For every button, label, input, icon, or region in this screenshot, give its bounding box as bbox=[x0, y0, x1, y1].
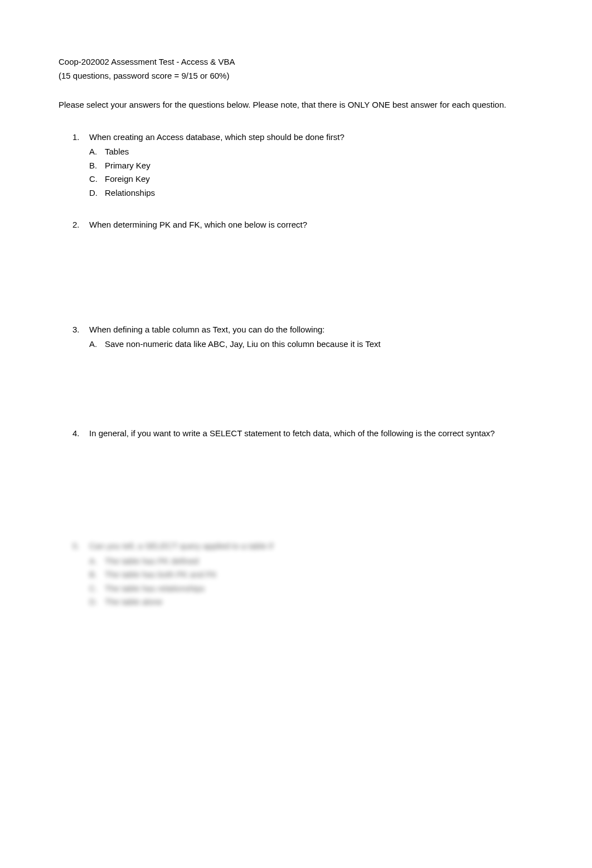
option-letter: D. bbox=[89, 187, 98, 200]
option-c: C. The table has relationships bbox=[105, 582, 533, 595]
option-text: The table has relationships bbox=[105, 584, 205, 593]
question-text: Can you tell, a SELECT query applied to … bbox=[89, 541, 273, 551]
option-letter: C. bbox=[89, 582, 98, 595]
option-b: B. Primary Key bbox=[105, 160, 533, 172]
options-list: A. The table has PK defined B. The table… bbox=[89, 555, 533, 609]
option-letter: B. bbox=[89, 568, 97, 581]
intro-text: Please select your answers for the quest… bbox=[59, 99, 533, 112]
question-text: When determining PK and FK, which one be… bbox=[89, 220, 307, 229]
question-list: 1. When creating an Access database, whi… bbox=[59, 131, 533, 609]
options-list: A. Tables B. Primary Key C. Foreign Key … bbox=[89, 146, 533, 199]
question-1: 1. When creating an Access database, whi… bbox=[89, 131, 533, 200]
question-text: When defining a table column as Text, yo… bbox=[89, 325, 324, 334]
question-2: 2. When determining PK and FK, which one… bbox=[89, 219, 533, 304]
option-letter: A. bbox=[89, 555, 97, 568]
header-subtitle: (15 questions, password score = 9/15 or … bbox=[59, 70, 533, 83]
option-a: A. Save non-numeric data like ABC, Jay, … bbox=[105, 338, 533, 351]
option-letter: D. bbox=[89, 596, 98, 609]
question-number: 3. bbox=[72, 324, 80, 336]
option-b: B. The table has both PK and FK bbox=[105, 568, 533, 581]
question-number: 5. bbox=[72, 540, 80, 553]
question-text: In general, if you want to write a SELEC… bbox=[89, 428, 495, 438]
option-d: D. Relationships bbox=[105, 187, 533, 200]
question-number: 1. bbox=[72, 131, 80, 144]
option-letter: A. bbox=[89, 338, 97, 351]
option-letter: A. bbox=[89, 146, 97, 158]
option-c: C. Foreign Key bbox=[105, 173, 533, 186]
option-text: The table alone bbox=[105, 597, 162, 606]
blurred-question: 5. Can you tell, a SELECT query applied … bbox=[89, 540, 533, 609]
option-a: A. The table has PK defined bbox=[105, 555, 533, 568]
option-d: D. The table alone bbox=[105, 596, 533, 609]
option-text: The table has PK defined bbox=[105, 556, 198, 566]
option-text: Relationships bbox=[105, 188, 155, 197]
option-text: Primary Key bbox=[105, 161, 151, 170]
question-3: 3. When defining a table column as Text,… bbox=[89, 324, 533, 408]
option-letter: C. bbox=[89, 173, 98, 186]
question-number: 4. bbox=[72, 427, 80, 440]
question-number: 2. bbox=[72, 219, 80, 232]
option-a: A. Tables bbox=[105, 146, 533, 158]
question-4: 4. In general, if you want to write a SE… bbox=[89, 427, 533, 521]
option-letter: B. bbox=[89, 160, 97, 172]
option-text: Tables bbox=[105, 147, 129, 156]
header-title: Coop-202002 Assessment Test - Access & V… bbox=[59, 56, 533, 69]
question-text: When creating an Access database, which … bbox=[89, 132, 344, 142]
options-list: A. Save non-numeric data like ABC, Jay, … bbox=[89, 338, 533, 351]
option-text: The table has both PK and FK bbox=[105, 570, 217, 579]
option-text: Foreign Key bbox=[105, 174, 150, 184]
option-text: Save non-numeric data like ABC, Jay, Liu… bbox=[105, 339, 381, 349]
